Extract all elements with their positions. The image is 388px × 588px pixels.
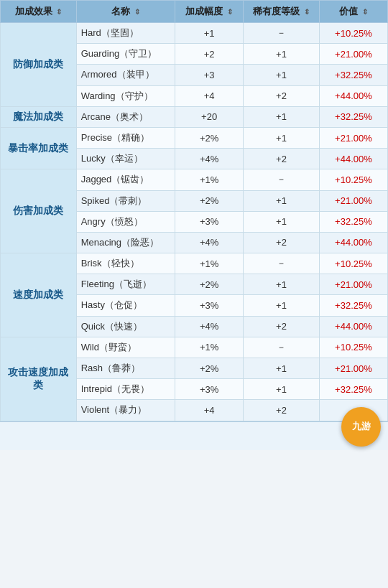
- item-value: +44.00%: [319, 149, 387, 169]
- item-bonus: +20: [175, 106, 244, 127]
- table-body: 防御加成类Hard（坚固）+1－+10.25%Guarding（守卫）+2+1+…: [1, 23, 388, 421]
- item-bonus: +2%: [175, 190, 244, 211]
- item-bonus: +1%: [175, 253, 244, 274]
- item-bonus: +2%: [175, 127, 244, 148]
- item-value: +44.00%: [319, 85, 387, 106]
- group-label-0: 防御加成类: [1, 23, 77, 107]
- item-bonus: +1: [175, 23, 244, 44]
- item-name: Spiked（带刺）: [76, 190, 175, 211]
- item-bonus: +3%: [175, 295, 244, 316]
- item-rarity: +2: [244, 232, 320, 253]
- item-bonus: +3: [175, 65, 244, 85]
- item-bonus: +2: [175, 44, 244, 65]
- item-rarity: +1: [244, 358, 320, 379]
- item-bonus: +3%: [175, 211, 244, 232]
- group-label-1: 魔法加成类: [1, 106, 77, 127]
- item-value: +21.00%: [319, 44, 387, 65]
- col-header-rarity[interactable]: 稀有度等级 ⇕: [244, 1, 320, 23]
- item-name: Lucky（幸运）: [76, 149, 175, 169]
- item-value: +21.00%: [319, 190, 387, 211]
- item-name: Fleeting（飞逝）: [76, 274, 175, 295]
- col-header-value[interactable]: 价值 ⇕: [319, 1, 387, 23]
- group-label-4: 速度加成类: [1, 253, 77, 337]
- item-value: +10.25%: [319, 253, 387, 274]
- item-value: +32.25%: [319, 65, 387, 85]
- item-value: +10.25%: [319, 23, 387, 44]
- item-rarity: +1: [244, 211, 320, 232]
- item-name: Arcane（奥术）: [76, 106, 175, 127]
- item-bonus: +4: [175, 85, 244, 106]
- item-rarity: +1: [244, 127, 320, 148]
- item-bonus: +4%: [175, 316, 244, 337]
- table-row: 魔法加成类Arcane（奥术）+20+1+32.25%: [1, 106, 388, 127]
- item-rarity: －: [244, 337, 320, 358]
- item-bonus: +2%: [175, 274, 244, 295]
- item-rarity: +1: [244, 190, 320, 211]
- table-row: 伤害加成类Jagged（锯齿）+1%－+10.25%: [1, 169, 388, 190]
- item-name: Brisk（轻快）: [76, 253, 175, 274]
- item-bonus: +3%: [175, 379, 244, 400]
- item-name: Hasty（仓促）: [76, 295, 175, 316]
- col-header-effect[interactable]: 加成效果 ⇕: [1, 1, 77, 23]
- group-label-3: 伤害加成类: [1, 169, 77, 253]
- sort-arrow-name[interactable]: ⇕: [134, 8, 140, 16]
- item-value: +10.25%: [319, 169, 387, 190]
- item-rarity: －: [244, 253, 320, 274]
- item-rarity: +1: [244, 295, 320, 316]
- enchantment-table: 加成效果 ⇕ 名称 ⇕ 加成幅度 ⇕ 稀有度等级 ⇕ 价值 ⇕: [0, 0, 388, 421]
- col-header-bonus[interactable]: 加成幅度 ⇕: [175, 1, 244, 23]
- item-value: +21.00%: [319, 274, 387, 295]
- item-name: Menacing（险恶）: [76, 232, 175, 253]
- item-bonus: +1%: [175, 169, 244, 190]
- item-value: +44.00%: [319, 316, 387, 337]
- item-bonus: +4: [175, 400, 244, 421]
- item-value: +32.25%: [319, 211, 387, 232]
- item-rarity: －: [244, 169, 320, 190]
- item-name: Armored（装甲）: [76, 65, 175, 85]
- main-table-container: 加成效果 ⇕ 名称 ⇕ 加成幅度 ⇕ 稀有度等级 ⇕ 价值 ⇕: [0, 0, 388, 421]
- item-value: +32.25%: [319, 295, 387, 316]
- item-rarity: +1: [244, 44, 320, 65]
- item-name: Warding（守护）: [76, 85, 175, 106]
- item-rarity: +2: [244, 85, 320, 106]
- item-name: Intrepid（无畏）: [76, 379, 175, 400]
- item-name: Angry（愤怒）: [76, 211, 175, 232]
- table-row: 速度加成类Brisk（轻快）+1%－+10.25%: [1, 253, 388, 274]
- item-name: Hard（坚固）: [76, 23, 175, 44]
- item-rarity: －: [244, 23, 320, 44]
- table-row: 暴击率加成类Precise（精确）+2%+1+21.00%: [1, 127, 388, 148]
- sort-arrow-bonus[interactable]: ⇕: [227, 8, 233, 16]
- item-name: Violent（暴力）: [76, 400, 175, 421]
- item-bonus: +4%: [175, 149, 244, 169]
- item-value: +21.00%: [319, 358, 387, 379]
- item-rarity: +2: [244, 316, 320, 337]
- item-value: +44.00%: [319, 232, 387, 253]
- logo-badge: 九游: [341, 407, 381, 447]
- item-name: Rash（鲁莽）: [76, 358, 175, 379]
- group-label-2: 暴击率加成类: [1, 127, 77, 169]
- item-rarity: +1: [244, 65, 320, 85]
- table-row: 防御加成类Hard（坚固）+1－+10.25%: [1, 23, 388, 44]
- item-name: Jagged（锯齿）: [76, 169, 175, 190]
- item-rarity: +1: [244, 274, 320, 295]
- group-label-5: 攻击速度加成类: [1, 337, 77, 421]
- item-value: +32.25%: [319, 106, 387, 127]
- sort-arrow-rarity[interactable]: ⇕: [304, 8, 310, 16]
- sort-arrow-value[interactable]: ⇕: [362, 8, 368, 16]
- item-rarity: +2: [244, 400, 320, 421]
- item-bonus: +4%: [175, 232, 244, 253]
- item-value: +21.00%: [319, 127, 387, 148]
- sort-arrow-effect[interactable]: ⇕: [56, 8, 62, 16]
- item-bonus: +2%: [175, 358, 244, 379]
- item-rarity: +2: [244, 149, 320, 169]
- item-name: Wild（野蛮）: [76, 337, 175, 358]
- item-name: Precise（精确）: [76, 127, 175, 148]
- col-header-name[interactable]: 名称 ⇕: [76, 1, 175, 23]
- item-value: +32.25%: [319, 379, 387, 400]
- item-value: +10.25%: [319, 337, 387, 358]
- item-rarity: +1: [244, 379, 320, 400]
- item-bonus: +1%: [175, 337, 244, 358]
- item-name: Guarding（守卫）: [76, 44, 175, 65]
- item-name: Quick（快速）: [76, 316, 175, 337]
- table-header-row: 加成效果 ⇕ 名称 ⇕ 加成幅度 ⇕ 稀有度等级 ⇕ 价值 ⇕: [1, 1, 388, 23]
